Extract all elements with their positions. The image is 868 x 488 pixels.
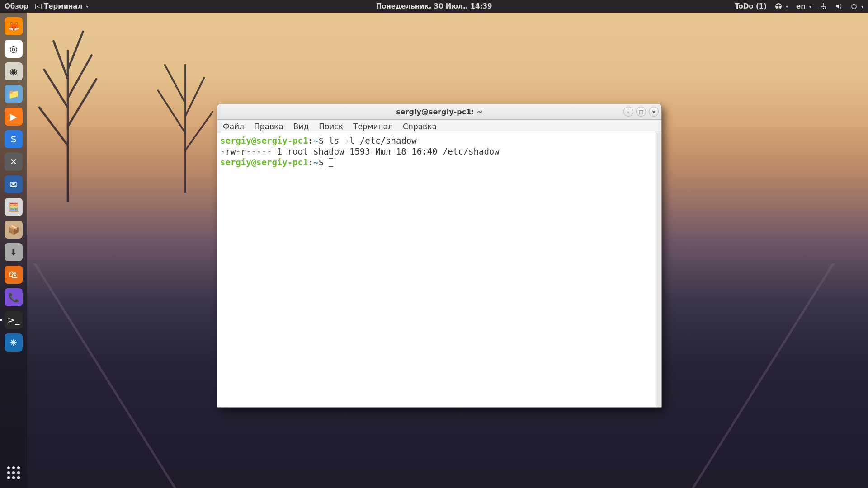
prompt-path: ~ — [313, 136, 318, 145]
clock-label: Понедельник, 30 Июл., 14:39 — [376, 2, 492, 10]
viber-icon: 📞 — [5, 288, 23, 306]
svg-point-3 — [778, 4, 779, 5]
wallpaper-rail-left — [33, 263, 176, 488]
terminal-window: sergiy@sergiy-pc1: ~ – □ × ФайлПравкаВид… — [217, 104, 662, 408]
svg-rect-7 — [825, 8, 826, 9]
keyboard-layout-menu[interactable]: en — [796, 2, 811, 10]
vlc-icon: ▶ — [5, 108, 23, 126]
rhythmbox-icon: ◉ — [5, 62, 23, 80]
dock-item-software[interactable]: 🛍 — [4, 265, 24, 285]
dock-item-settings[interactable]: ✕ — [4, 152, 24, 172]
chrome-icon: ◎ — [5, 40, 23, 58]
settings-icon: ✕ — [5, 153, 23, 171]
apps-grid-icon — [7, 466, 20, 479]
wallpaper-rail-right — [692, 263, 835, 488]
window-titlebar[interactable]: sergiy@sergiy-pc1: ~ – □ × — [217, 104, 661, 120]
dock-item-transmission[interactable]: ⬇ — [4, 242, 24, 262]
app-menu-button[interactable]: Терминал — [35, 2, 88, 10]
prompt-colon: : — [308, 136, 313, 145]
dock-item-calculator[interactable]: 🧮 — [4, 197, 24, 217]
dock-item-firefox[interactable]: 🦊 — [4, 16, 24, 36]
transmission-icon: ⬇ — [5, 243, 23, 261]
minimize-button[interactable]: – — [623, 107, 633, 117]
menu-item-0[interactable]: Файл — [223, 122, 244, 131]
activities-button[interactable]: Обзор — [5, 2, 28, 10]
terminal-menubar: ФайлПравкаВидПоискТерминалСправка — [217, 120, 661, 133]
menu-item-5[interactable]: Справка — [403, 122, 437, 131]
terminal-icon: >_ — [5, 311, 23, 329]
calculator-icon: 🧮 — [5, 198, 23, 216]
menu-item-4[interactable]: Терминал — [353, 122, 393, 131]
maximize-button[interactable]: □ — [636, 107, 646, 117]
command-text: ls -l /etc/shadow — [329, 136, 416, 145]
accessibility-icon — [775, 3, 782, 10]
terminal-cursor — [329, 158, 333, 167]
svg-rect-1 — [36, 4, 41, 9]
network-indicator[interactable] — [820, 3, 827, 10]
dock-item-simplenote[interactable]: S — [4, 129, 24, 149]
menu-item-3[interactable]: Поиск — [319, 122, 343, 131]
dock-item-terminal[interactable]: >_ — [4, 310, 24, 330]
terminal-icon — [35, 3, 42, 10]
dock: 🦊◎◉📁▶S✕✉🧮📦⬇🛍📞>_✳ — [0, 13, 27, 488]
svg-rect-6 — [823, 8, 824, 9]
prompt-path: ~ — [313, 157, 318, 167]
terminal-line-0: sergiy@sergiy-pc1:~$ ls -l /etc/shadow — [220, 135, 659, 146]
network-icon — [820, 3, 827, 10]
clock-button[interactable]: Понедельник, 30 Июл., 14:39 — [376, 2, 492, 10]
archive-icon: 📦 — [5, 221, 23, 239]
simplenote-icon: S — [5, 130, 23, 148]
svg-rect-4 — [823, 3, 824, 4]
svg-rect-5 — [821, 8, 821, 9]
volume-indicator[interactable] — [835, 3, 842, 10]
files-icon: 📁 — [5, 85, 23, 103]
keyboard-layout-label: en — [796, 2, 806, 10]
dock-item-files[interactable]: 📁 — [4, 84, 24, 104]
thunderbird-icon: ✉ — [5, 175, 23, 193]
dock-item-thunderbird[interactable]: ✉ — [4, 174, 24, 194]
menu-item-2[interactable]: Вид — [293, 122, 309, 131]
dock-item-rhythmbox[interactable]: ◉ — [4, 61, 24, 81]
terminal-scrollbar[interactable] — [656, 133, 661, 407]
dock-item-chrome[interactable]: ◎ — [4, 39, 24, 59]
terminal-body[interactable]: sergiy@sergiy-pc1:~$ ls -l /etc/shadow-r… — [217, 133, 661, 407]
activities-label: Обзор — [5, 2, 28, 10]
prompt-sigil: $ — [318, 136, 329, 145]
terminal-line-1: -rw-r----- 1 root shadow 1593 Июл 18 16:… — [220, 146, 659, 157]
app-icon: ✳ — [5, 333, 23, 352]
todo-label: ToDo (1) — [735, 2, 767, 10]
prompt-sigil: $ — [318, 157, 329, 167]
top-panel: Обзор Терминал Понедельник, 30 Июл., 14:… — [0, 0, 868, 13]
dock-item-archive[interactable]: 📦 — [4, 220, 24, 239]
window-title: sergiy@sergiy-pc1: ~ — [396, 108, 482, 116]
volume-icon — [835, 3, 842, 10]
software-icon: 🛍 — [5, 266, 23, 284]
terminal-line-2: sergiy@sergiy-pc1:~$ — [220, 157, 659, 168]
dock-item-app[interactable]: ✳ — [4, 333, 24, 352]
power-menu[interactable] — [850, 3, 863, 10]
menu-item-1[interactable]: Правка — [254, 122, 283, 131]
firefox-icon: 🦊 — [5, 17, 23, 35]
dock-item-viber[interactable]: 📞 — [4, 287, 24, 307]
app-menu-label: Терминал — [44, 2, 82, 10]
close-button[interactable]: × — [649, 107, 659, 117]
power-icon — [850, 3, 858, 10]
accessibility-menu[interactable] — [775, 3, 788, 10]
prompt-user-host: sergiy@sergiy-pc1 — [220, 157, 308, 167]
todo-indicator[interactable]: ToDo (1) — [735, 2, 767, 10]
dock-item-vlc[interactable]: ▶ — [4, 107, 24, 127]
window-controls: – □ × — [623, 107, 659, 117]
prompt-colon: : — [308, 157, 313, 167]
show-applications-button[interactable] — [4, 463, 24, 483]
prompt-user-host: sergiy@sergiy-pc1 — [220, 136, 308, 145]
